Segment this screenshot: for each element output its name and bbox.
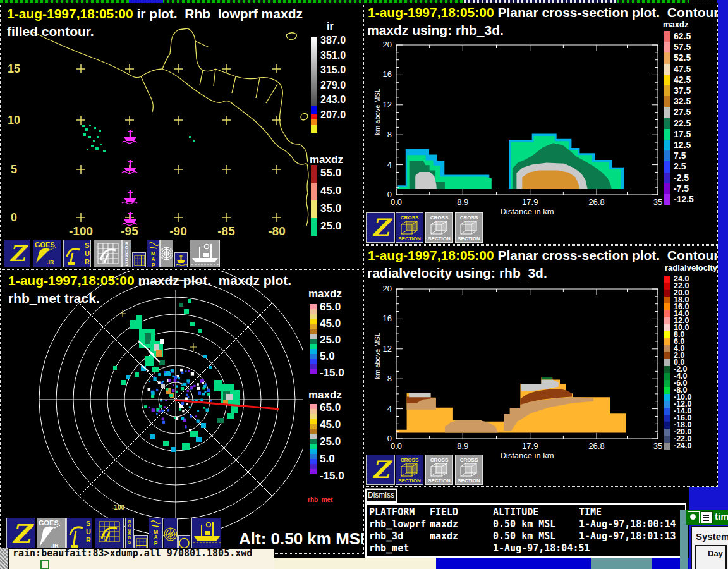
colorbar-segment [311, 218, 317, 236]
colorbar-segment [664, 297, 670, 303]
cross-section-button-3[interactable]: CROSS SECTION [455, 455, 483, 485]
bounds-icon: BOUNDS [126, 518, 133, 550]
zebra-logo-button[interactable]: Z [366, 212, 395, 243]
surveillance-radar-button[interactable]: SUR [66, 518, 92, 551]
buoy-button[interactable] [174, 252, 188, 267]
small-grid-icon [133, 253, 145, 267]
colorbar-segment [664, 373, 670, 380]
ppi-canvas [1, 271, 363, 553]
cross-section-button-2[interactable]: CROSS SECTION [425, 212, 453, 243]
colorbar-label: 42.5 [674, 75, 691, 85]
colorbar-segment [310, 349, 317, 354]
table-cell: 0.50 km MSL [493, 530, 555, 542]
map-overlay-button[interactable]: MAP [149, 518, 163, 551]
svg-text:GOES: GOES [39, 519, 59, 527]
longitude-tick-label: -100 [64, 224, 97, 238]
svg-text:S: S [128, 540, 131, 544]
colorbar-segment [310, 434, 317, 439]
cross-section-button-1[interactable]: CROSS SECTION [396, 455, 423, 485]
table-cell: 0.50 km MSL [493, 518, 555, 530]
zebra-logo-icon: Z [367, 213, 394, 242]
colorbar-label: -24.0 [674, 441, 692, 450]
x-axis-tick-label: 26.8 [584, 197, 609, 207]
bounds-button[interactable]: BOUNDS [122, 240, 131, 267]
root-window-right [717, 0, 728, 569]
time-window-titlebar[interactable]: time [686, 510, 728, 525]
colorbar-segment [664, 290, 670, 297]
svg-text:.IR: .IR [47, 259, 54, 266]
svg-text:CROSS: CROSS [430, 215, 449, 221]
window-iconify-icon[interactable] [701, 511, 713, 523]
colorbar-segment [311, 200, 317, 218]
goes-ir-button[interactable]: GOES .IR [37, 518, 66, 551]
x-axis-tick-label: 8.9 [450, 197, 475, 207]
zebra-logo-button[interactable]: Z [366, 455, 395, 485]
colorbar-segment [310, 469, 317, 474]
colorbar-segment [664, 42, 670, 52]
table-header: FIELD [430, 506, 458, 518]
colorbar-label: 62.5 [674, 31, 691, 41]
y-axis-label: km above MSL [373, 89, 381, 135]
day-field[interactable]: Day [695, 545, 727, 569]
plot-description: Planar cross-section plot. Contour of [494, 248, 718, 262]
terminal-window[interactable]: rain:beaufait:83>xdump.all 970801.1805.x… [8, 548, 274, 569]
window-menu-icon[interactable] [688, 511, 700, 523]
colorbar-title: maxdz [310, 154, 343, 166]
colorbar-label: 55.0 [320, 167, 341, 180]
time-controller-window: time System Day [686, 510, 728, 569]
dismiss-button[interactable]: Dismiss [365, 489, 397, 503]
colorbar-segment [310, 324, 317, 329]
colorbar-label: 25.0 [320, 436, 341, 448]
x-axis-tick-label: 26.8 [584, 441, 609, 451]
day-field-label: Day [708, 549, 723, 558]
ship-button[interactable] [191, 518, 221, 551]
terminal-cursor [40, 560, 49, 569]
grid-radar-button[interactable] [94, 240, 122, 267]
colorbar-segment [664, 394, 670, 401]
colorbar-segment [310, 419, 317, 424]
small-grid-button[interactable] [132, 252, 146, 267]
map-overlay-button[interactable]: MAP [147, 240, 160, 267]
x-axis-tick-label: 0.0 [384, 197, 409, 207]
terminal-scrollbar[interactable] [0, 548, 8, 569]
ship-button[interactable] [190, 240, 220, 267]
colorbar-segment [664, 283, 670, 290]
cross-section-button-3[interactable]: CROSS SECTION [455, 212, 483, 243]
colorbar-segment [664, 118, 670, 129]
colorbar-segment [664, 129, 670, 140]
goes-ir-button[interactable]: GOES .IR [33, 240, 61, 267]
grid-radar-button[interactable] [95, 518, 124, 551]
colorbar-segment [664, 64, 670, 75]
latitude-tick-label: 15 [6, 63, 22, 76]
svg-text:U: U [85, 250, 90, 257]
zebra-logo-button[interactable]: Z [4, 240, 30, 267]
background-window-blue [436, 558, 591, 569]
cross-section-button-1[interactable]: CROSS SECTION [396, 212, 423, 243]
scan-web-button[interactable] [160, 240, 173, 267]
colorbar-title: maxdz [308, 389, 342, 401]
table-header: PLATFORM [369, 506, 415, 518]
data-available-window: Dismiss PLATFORMFIELDALTITUDETIMErhb_low… [364, 487, 689, 558]
colorbar-segment [664, 183, 670, 194]
surveillance-radar-button[interactable]: SUR [63, 240, 91, 267]
scan-web-icon [164, 518, 177, 550]
colorbar-segment [310, 439, 317, 444]
colorbar-label: 279.0 [320, 80, 346, 91]
scan-web-button[interactable] [164, 518, 178, 551]
colorbar-label: 32.5 [674, 96, 691, 106]
colorbar-segment [664, 75, 670, 85]
svg-text:S: S [85, 242, 89, 249]
longitude-tick-label: -85 [210, 224, 243, 238]
plot-description: Planar cross-section plot. Contour of [494, 5, 718, 20]
svg-text:SECTION: SECTION [458, 236, 480, 242]
cross-section-button-2[interactable]: CROSS SECTION [425, 455, 453, 485]
colorbar-segment [664, 173, 670, 183]
plot-description: maxdz plot. maxdz plot. [135, 273, 292, 288]
bounds-button[interactable]: BOUNDS [125, 518, 134, 551]
zebra-logo-button[interactable]: Z [6, 518, 35, 551]
colorbar-segment [310, 404, 317, 409]
colorbar-segment [311, 106, 317, 114]
svg-text:CROSS: CROSS [460, 215, 478, 221]
y-axis-tick-label: 16 [373, 314, 392, 323]
table-cell: rhb_lowprf [369, 518, 426, 530]
